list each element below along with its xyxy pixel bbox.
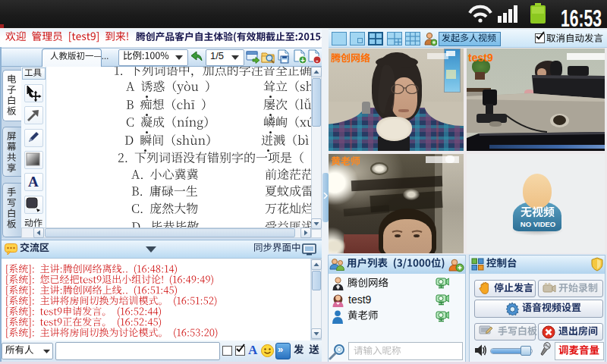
svg-text:-: - — [316, 56, 318, 64]
svg-text:+: + — [300, 56, 305, 64]
